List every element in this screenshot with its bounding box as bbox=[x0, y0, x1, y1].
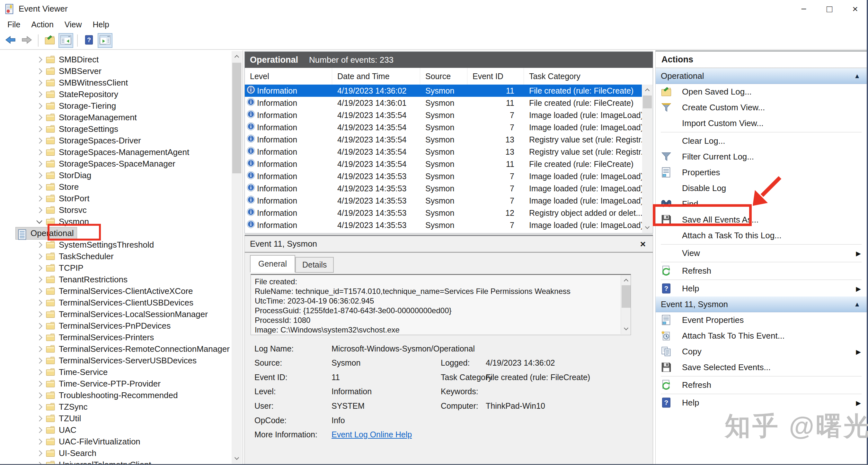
message-scrollbar-thumb[interactable] bbox=[622, 285, 630, 308]
menu-item-help[interactable]: Help bbox=[87, 18, 115, 31]
event-row[interactable]: Information4/19/2023 14:35:53Sysmon12Reg… bbox=[245, 207, 642, 219]
tree-item-time-service[interactable]: Time-Service bbox=[0, 366, 231, 378]
tree-item-systemsettingsthreshold[interactable]: SystemSettingsThreshold bbox=[0, 239, 231, 251]
tree-item-smbserver[interactable]: SMBServer bbox=[0, 65, 231, 77]
tree-item-troubleshooting-recommended[interactable]: Troubleshooting-Recommended bbox=[0, 389, 231, 401]
collapse-icon[interactable]: ▲ bbox=[854, 301, 860, 308]
chevron-collapsed-icon[interactable] bbox=[36, 68, 42, 74]
chevron-collapsed-icon[interactable] bbox=[36, 138, 42, 143]
chevron-collapsed-icon[interactable] bbox=[36, 392, 42, 398]
chevron-collapsed-icon[interactable] bbox=[36, 335, 42, 340]
events-scroll-up-icon[interactable] bbox=[642, 85, 652, 95]
tree-scrollbar[interactable] bbox=[231, 51, 242, 464]
event-row[interactable]: Information4/19/2023 14:35:54Sysmon13Reg… bbox=[245, 134, 642, 146]
maximize-button[interactable]: □ bbox=[816, 0, 842, 18]
tree-item-storagespaces-spacemanager[interactable]: StorageSpaces-SpaceManager bbox=[0, 158, 231, 170]
chevron-collapsed-icon[interactable] bbox=[36, 381, 42, 386]
column-header-level[interactable]: Level bbox=[245, 68, 332, 85]
tree-item-storage-tiering[interactable]: Storage-Tiering bbox=[0, 100, 231, 112]
chevron-collapsed-icon[interactable] bbox=[36, 415, 42, 421]
tree-scroll-down-icon[interactable] bbox=[231, 454, 242, 464]
chevron-collapsed-icon[interactable] bbox=[36, 265, 42, 271]
event-row[interactable]: Information4/19/2023 14:35:53Sysmon7Imag… bbox=[245, 170, 642, 182]
chevron-collapsed-icon[interactable] bbox=[36, 404, 42, 410]
chevron-collapsed-icon[interactable] bbox=[36, 439, 42, 444]
event-row[interactable]: Information4/19/2023 14:35:54Sysmon7Imag… bbox=[245, 109, 642, 121]
chevron-collapsed-icon[interactable] bbox=[36, 91, 42, 97]
event-message-box[interactable]: File created:RuleName: technique_id=T157… bbox=[251, 274, 631, 335]
chevron-collapsed-icon[interactable] bbox=[36, 103, 42, 109]
menu-item-action[interactable]: Action bbox=[26, 18, 59, 31]
events-scrollbar[interactable] bbox=[642, 85, 652, 233]
actions-section-operational[interactable]: Operational▲ bbox=[656, 68, 867, 84]
collapse-icon[interactable]: ▲ bbox=[854, 72, 860, 80]
chevron-expanded-icon[interactable] bbox=[36, 218, 42, 224]
chevron-collapsed-icon[interactable] bbox=[36, 184, 42, 190]
event-row[interactable]: Information4/19/2023 14:35:53Sysmon7Imag… bbox=[245, 182, 642, 195]
chevron-collapsed-icon[interactable] bbox=[36, 357, 42, 364]
chevron-collapsed-icon[interactable] bbox=[36, 126, 42, 132]
tree-item-storagespaces-driver[interactable]: StorageSpaces-Driver bbox=[0, 135, 231, 146]
action-attach-task-to-this-event-[interactable]: Attach Task To This Event... bbox=[656, 328, 867, 344]
chevron-collapsed-icon[interactable] bbox=[36, 196, 42, 201]
tree-item-ui-search[interactable]: UI-Search bbox=[0, 447, 231, 459]
chevron-collapsed-icon[interactable] bbox=[36, 149, 42, 155]
message-scroll-up-icon[interactable] bbox=[621, 275, 631, 285]
tree-item-terminalservices-serverusbdevices[interactable]: TerminalServices-ServerUSBDevices bbox=[0, 355, 231, 366]
tree-item-tcpip[interactable]: TCPIP bbox=[0, 262, 231, 274]
chevron-collapsed-icon[interactable] bbox=[36, 277, 42, 282]
forward-arrow-button[interactable] bbox=[19, 33, 34, 48]
events-scrollbar-thumb[interactable] bbox=[643, 95, 652, 108]
tree-item-storagespaces-managementagent[interactable]: StorageSpaces-ManagementAgent bbox=[0, 146, 231, 158]
tree-item-staterepository[interactable]: StateRepository bbox=[0, 88, 231, 100]
console-tree-button[interactable] bbox=[59, 33, 73, 48]
action-filter-current-log-[interactable]: Filter Current Log... bbox=[656, 149, 867, 165]
event-row[interactable]: Information4/19/2023 14:35:54Sysmon11Fil… bbox=[245, 158, 642, 170]
tab-details[interactable]: Details bbox=[295, 257, 334, 273]
action-refresh[interactable]: Refresh bbox=[656, 377, 867, 393]
open-saved-log-button[interactable] bbox=[42, 33, 57, 48]
chevron-collapsed-icon[interactable] bbox=[36, 346, 42, 352]
chevron-collapsed-icon[interactable] bbox=[36, 115, 42, 120]
event-row[interactable]: Information4/19/2023 14:36:02Sysmon11Fil… bbox=[245, 85, 642, 97]
event-log-online-help-link[interactable]: Event Log Online Help bbox=[332, 430, 412, 439]
event-row[interactable]: Information4/19/2023 14:36:01Sysmon11Fil… bbox=[245, 97, 642, 109]
message-scroll-down-icon[interactable] bbox=[621, 324, 631, 334]
tree-item-terminalservices-printers[interactable]: TerminalServices-Printers bbox=[0, 331, 231, 343]
tree-item-terminalservices-pnpdevices[interactable]: TerminalServices-PnPDevices bbox=[0, 320, 231, 331]
tree-item-tzsync[interactable]: TZSync bbox=[0, 401, 231, 413]
tree-item-uac[interactable]: UAC bbox=[0, 424, 231, 436]
tree-item-uac-filevirtualization[interactable]: UAC-FileVirtualization bbox=[0, 436, 231, 447]
action-clear-log-[interactable]: Clear Log... bbox=[656, 133, 867, 149]
chevron-collapsed-icon[interactable] bbox=[36, 323, 42, 329]
chevron-collapsed-icon[interactable] bbox=[36, 369, 42, 375]
tree-item-storsvc[interactable]: Storsvc bbox=[0, 204, 231, 216]
action-view[interactable]: View▶ bbox=[656, 245, 867, 261]
tree-item-terminalservices-localsessionmanager[interactable]: TerminalServices-LocalSessionManager bbox=[0, 309, 231, 320]
action-save-selected-events-[interactable]: Save Selected Events... bbox=[656, 359, 867, 375]
action-disable-log[interactable]: Disable Log bbox=[656, 180, 867, 196]
chevron-collapsed-icon[interactable] bbox=[36, 57, 42, 62]
chevron-collapsed-icon[interactable] bbox=[36, 253, 42, 259]
column-header-event-id[interactable]: Event ID bbox=[467, 68, 524, 85]
tree-item-taskscheduler[interactable]: TaskScheduler bbox=[0, 251, 231, 262]
column-header-date-and-time[interactable]: Date and Time bbox=[332, 68, 420, 85]
message-scrollbar[interactable] bbox=[621, 275, 630, 334]
event-row[interactable]: Information4/19/2023 14:35:54Sysmon13Reg… bbox=[245, 146, 642, 158]
tree-item-operational[interactable]: Operational bbox=[0, 227, 231, 239]
tab-general[interactable]: General bbox=[250, 255, 295, 273]
close-button[interactable]: × bbox=[842, 0, 868, 18]
tree-item-time-service-ptp-provider[interactable]: Time-Service-PTP-Provider bbox=[0, 378, 231, 389]
chevron-collapsed-icon[interactable] bbox=[36, 172, 42, 178]
tree-item-storagemanagement[interactable]: StorageManagement bbox=[0, 112, 231, 123]
action-event-properties[interactable]: Event Properties bbox=[656, 312, 867, 328]
action-import-custom-view-[interactable]: Import Custom View... bbox=[656, 115, 867, 131]
tree-item-terminalservices-clientusbdevices[interactable]: TerminalServices-ClientUSBDevices bbox=[0, 297, 231, 309]
tree-item-terminalservices-clientactivexcore[interactable]: TerminalServices-ClientActiveXCore bbox=[0, 285, 231, 297]
event-row[interactable]: Information4/19/2023 14:35:53Sysmon7Imag… bbox=[245, 195, 642, 207]
chevron-collapsed-icon[interactable] bbox=[36, 207, 42, 213]
action-open-saved-log-[interactable]: Open Saved Log... bbox=[656, 84, 867, 100]
action-save-all-events-as-[interactable]: Save All Events As... bbox=[656, 212, 867, 228]
chevron-collapsed-icon[interactable] bbox=[36, 242, 42, 248]
event-row[interactable]: Information4/19/2023 14:35:53Sysmon7Imag… bbox=[245, 219, 642, 231]
